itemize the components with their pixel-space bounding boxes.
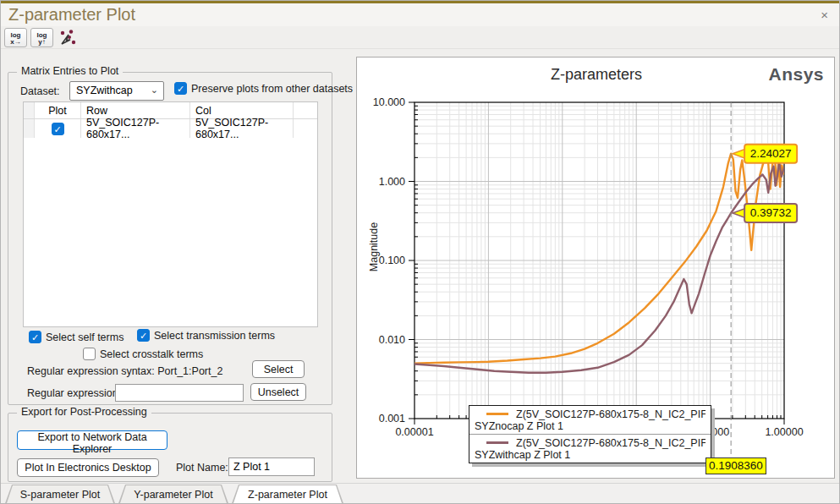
- preserve-plots-label: Preserve plots from other datasets: [191, 83, 353, 95]
- self-terms-checkbox[interactable]: [29, 331, 41, 343]
- svg-text:0.00001: 0.00001: [395, 426, 433, 438]
- crosstalk-terms-checkbox[interactable]: [83, 348, 96, 360]
- tab-label: Z-parameter Plot: [231, 485, 344, 504]
- row-header-cell: [24, 119, 35, 138]
- svg-text:1.000: 1.000: [379, 176, 405, 188]
- tab-label: S-parameter Plot: [4, 485, 116, 504]
- table-header-plot: Plot: [35, 102, 81, 118]
- col-cell: 5V_SOIC127P-680x17...: [190, 119, 294, 138]
- tab-s-parameter-plot[interactable]: S-parameter Plot: [4, 485, 116, 504]
- svg-text:0.010: 0.010: [379, 334, 405, 346]
- matrix-entries-table[interactable]: Plot Row Col 5V_SOIC127P-680x17... 5V_SO…: [23, 101, 318, 327]
- export-group-label: Export for Post-Processing: [17, 406, 151, 418]
- plot-name-label: Plot Name:: [176, 462, 228, 474]
- svg-text:0.001: 0.001: [379, 413, 405, 425]
- regex-input[interactable]: [115, 384, 244, 402]
- toolbar: log x→ log y↑: [1, 26, 839, 49]
- y-axis-label: Magnitude: [368, 205, 385, 289]
- self-terms-row[interactable]: Select self terms: [29, 331, 124, 343]
- log-y-label-bottom: y↑: [31, 39, 52, 46]
- regex-syntax-text: Regular expression syntax: Port_1:Port_2: [27, 365, 222, 377]
- row-cell: 5V_SOIC127P-680x17...: [81, 119, 190, 138]
- table-header-filler: [294, 102, 317, 118]
- matrix-entries-group-label: Matrix Entries to Plot: [17, 65, 123, 77]
- log-x-axis-button[interactable]: log x→: [4, 28, 27, 47]
- chart-title: Z-parameters: [357, 66, 836, 84]
- plot-name-input[interactable]: [228, 457, 315, 476]
- plot-checkbox[interactable]: [52, 123, 64, 135]
- export-group: Export for Post-Processing Export to Net…: [8, 413, 332, 482]
- ansys-logo: Ansys: [768, 64, 824, 85]
- plot-cell: [35, 119, 81, 138]
- dataset-label: Dataset:: [20, 85, 60, 97]
- table-row[interactable]: 5V_SOIC127P-680x17... 5V_SOIC127P-680x17…: [24, 119, 317, 138]
- parameter-tab-bar: S-parameter Plot Y-parameter Plot Z-para…: [1, 483, 839, 504]
- dataset-select[interactable]: SYZwithcap ⌄: [69, 81, 164, 101]
- legend-name: Z(5V_SOIC127P-680x175-8_N_IC2_PIFlow,5V.…: [516, 437, 705, 449]
- close-icon[interactable]: ×: [821, 8, 828, 22]
- dataset-select-value: SYZwithcap: [76, 85, 133, 96]
- crosstalk-terms-row[interactable]: Select crosstalk terms: [83, 348, 203, 360]
- crosstalk-terms-label: Select crosstalk terms: [100, 348, 203, 360]
- legend-subtitle: SYZnocap Z Plot 1: [475, 420, 705, 432]
- select-button[interactable]: Select: [252, 360, 305, 378]
- tab-y-parameter-plot[interactable]: Y-parameter Plot: [118, 485, 229, 504]
- z-parameter-plot-dialog: Z-parameter Plot × log x→ log y↑ Matrix …: [0, 0, 840, 504]
- log-y-axis-button[interactable]: log y↑: [30, 28, 53, 47]
- tab-label: Y-parameter Plot: [118, 485, 229, 504]
- legend-name: Z(5V_SOIC127P-680x175-8_N_IC2_PIFlow,5V.…: [516, 408, 705, 420]
- legend-swatch-orange: [486, 413, 508, 415]
- transmission-terms-checkbox[interactable]: [137, 329, 150, 342]
- window-title: Z-parameter Plot: [8, 5, 135, 25]
- tab-z-parameter-plot[interactable]: Z-parameter Plot: [231, 485, 344, 504]
- svg-text:1.00000: 1.00000: [765, 426, 803, 438]
- log-x-label-bottom: x→: [5, 39, 26, 46]
- svg-text:0.39732: 0.39732: [750, 206, 792, 219]
- table-corner-cell: [24, 102, 35, 118]
- regex-label: Regular expression:: [27, 387, 121, 399]
- title-bar: Z-parameter Plot ×: [1, 3, 839, 26]
- chart-legend: Z(5V_SOIC127P-680x175-8_N_IC2_PIFlow,5V.…: [469, 405, 711, 463]
- matrix-entries-group: Matrix Entries to Plot Dataset: SYZwithc…: [8, 72, 332, 405]
- svg-text:2.24027: 2.24027: [750, 147, 792, 160]
- legend-subtitle: SYZwithcap Z Plot 1: [475, 449, 705, 461]
- legend-entry-nocap: Z(5V_SOIC127P-680x175-8_N_IC2_PIFlow,5V.…: [469, 406, 711, 434]
- svg-text:10.000: 10.000: [373, 96, 405, 108]
- chevron-down-icon: ⌄: [151, 85, 158, 96]
- plot-in-electronics-desktop-button[interactable]: Plot In Electronics Desktop: [17, 458, 159, 477]
- unselect-button[interactable]: Unselect: [250, 383, 306, 401]
- self-terms-label: Select self terms: [46, 331, 124, 343]
- legend-entry-withcap: Z(5V_SOIC127P-680x175-8_N_IC2_PIFlow,5V.…: [469, 434, 711, 463]
- preserve-plots-checkbox-row[interactable]: Preserve plots from other datasets: [174, 82, 353, 95]
- transmission-terms-row[interactable]: Select transmission terms: [137, 329, 275, 342]
- export-network-data-explorer-button[interactable]: Export to Network Data Explorer: [17, 430, 167, 450]
- preserve-plots-checkbox[interactable]: [174, 82, 187, 95]
- chart-panel: Z-parameters Ansys Magnitude 0.000010.00…: [356, 57, 835, 479]
- cursor-x-readout: 0.1908360: [705, 457, 766, 474]
- marker-probe-icon[interactable]: [58, 29, 77, 47]
- filler-cell: [294, 119, 317, 138]
- transmission-terms-label: Select transmission terms: [154, 330, 275, 342]
- legend-swatch-purple: [486, 441, 508, 444]
